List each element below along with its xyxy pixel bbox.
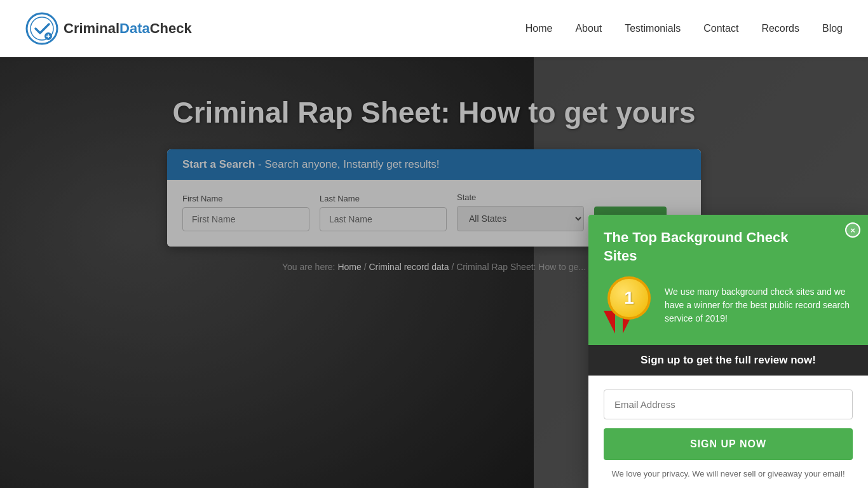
signup-button[interactable]: SIGN UP NOW <box>604 428 853 460</box>
logo-icon <box>25 12 58 45</box>
close-icon[interactable]: × <box>845 222 860 238</box>
svg-point-0 <box>27 13 57 44</box>
popup-medal-area: 1 We use many background check sites and… <box>588 276 868 345</box>
popup-overlay: The Top Background Check Sites × 1 We us… <box>0 57 868 488</box>
popup-title: The Top Background Check Sites <box>604 229 807 265</box>
medal-ribbon-left <box>604 311 615 334</box>
logo-check: Check <box>150 20 192 36</box>
popup-body: SIGN UP NOW We love your privacy. We wil… <box>588 376 868 488</box>
email-field[interactable] <box>604 390 853 419</box>
nav-testimonials[interactable]: Testimonials <box>625 23 681 34</box>
hero-section: Criminal Rap Sheet: How to get yours Sta… <box>0 57 868 488</box>
logo[interactable]: CriminalDataCheck <box>25 12 192 45</box>
logo-criminal: Criminal <box>64 20 119 36</box>
nav-contact[interactable]: Contact <box>703 23 738 34</box>
nav-about[interactable]: About <box>575 23 602 34</box>
nav-blog[interactable]: Blog <box>822 23 843 34</box>
medal-number: 1 <box>624 288 634 308</box>
nav-records[interactable]: Records <box>761 23 799 34</box>
privacy-text: We love your privacy. We will never sell… <box>604 469 853 478</box>
popup-modal: The Top Background Check Sites × 1 We us… <box>588 215 868 488</box>
site-header: CriminalDataCheck Home About Testimonial… <box>0 0 868 57</box>
nav-home[interactable]: Home <box>526 23 553 34</box>
logo-data: Data <box>119 20 150 36</box>
popup-signup-bar: Sign up to get the full review now! <box>588 345 868 376</box>
popup-medal-text: We use many background check sites and w… <box>665 285 853 325</box>
main-nav: Home About Testimonials Contact Records … <box>526 23 843 34</box>
medal-circle: 1 <box>607 276 651 320</box>
medal-icon: 1 <box>604 276 654 334</box>
popup-header: The Top Background Check Sites × <box>588 215 868 276</box>
